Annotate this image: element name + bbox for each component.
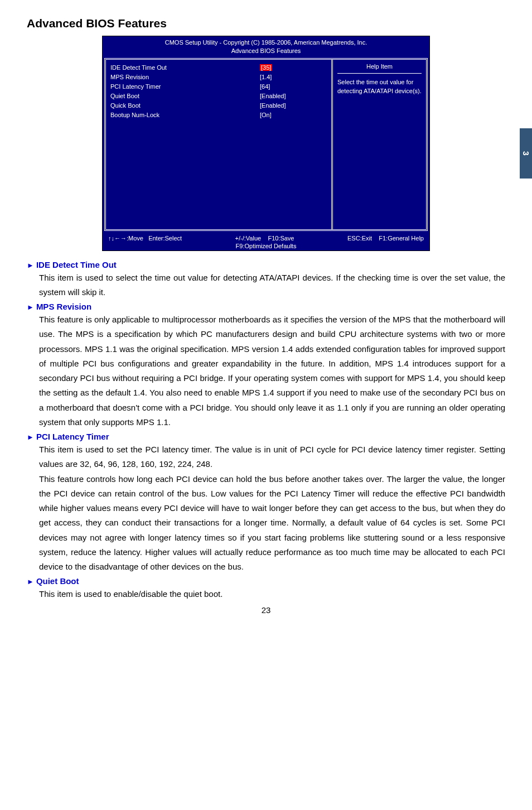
setting-value[interactable]: [Enabled] xyxy=(260,91,327,101)
setting-label[interactable]: IDE Detect Time Out xyxy=(110,63,260,73)
bios-settings-panel: IDE Detect Time Out MPS Revision PCI Lat… xyxy=(106,60,331,229)
setting-value[interactable]: [On] xyxy=(260,110,327,120)
desc-heading-pci: PCI Latency Timer xyxy=(27,432,505,441)
bios-header: CMOS Setup Utility - Copyright (C) 1985-… xyxy=(103,36,429,56)
bios-window: CMOS Setup Utility - Copyright (C) 1985-… xyxy=(102,36,430,251)
desc-heading-quiet: Quiet Boot xyxy=(27,576,505,586)
hint-move: ↑↓←→:Move Enter:Select xyxy=(108,235,182,242)
setting-value[interactable]: [Enabled] xyxy=(260,101,327,110)
setting-label[interactable]: Bootup Num-Lock xyxy=(110,110,260,120)
setting-value-selected[interactable]: [35] xyxy=(260,64,272,71)
desc-body-quiet: This item is used to enable/disable the … xyxy=(39,587,505,601)
help-title: Help Item xyxy=(337,63,422,74)
hint-defaults: F9:Optimized Defaults xyxy=(108,243,424,249)
desc-body-pci: This item is used to set the PCI latency… xyxy=(39,442,505,574)
desc-body-ide: This item is used to select the time out… xyxy=(39,271,505,300)
hint-value: +/-/:Value F10:Save xyxy=(235,235,294,242)
chapter-tab: 3 xyxy=(520,128,532,179)
setting-label[interactable]: Quiet Boot xyxy=(110,91,260,101)
bios-help-panel: Help Item Select the time out value for … xyxy=(331,60,426,229)
setting-value[interactable]: [1.4] xyxy=(260,73,327,82)
desc-heading-mps: MPS Revision xyxy=(27,302,505,311)
setting-value[interactable]: [64] xyxy=(260,82,327,91)
hint-exit: ESC:Exit F1:General Help xyxy=(347,235,424,242)
bios-copyright: CMOS Setup Utility - Copyright (C) 1985-… xyxy=(103,38,429,47)
bios-key-hints: ↑↓←→:Move Enter:Select +/-/:Value F10:Sa… xyxy=(103,233,429,250)
section-title: Advanced BIOS Features xyxy=(27,17,505,30)
desc-heading-ide: IDE Detect Time Out xyxy=(27,260,505,269)
page-number: 23 xyxy=(27,605,505,615)
bios-screen-title: Advanced BIOS Features xyxy=(103,47,429,55)
setting-label[interactable]: MPS Revision xyxy=(110,73,260,82)
desc-body-mps: This feature is only applicable to multi… xyxy=(39,312,505,430)
help-text: Select the time out value for detecting … xyxy=(337,78,422,96)
setting-label[interactable]: PCI Latency Timer xyxy=(110,82,260,91)
setting-label[interactable]: Quick Boot xyxy=(110,101,260,110)
